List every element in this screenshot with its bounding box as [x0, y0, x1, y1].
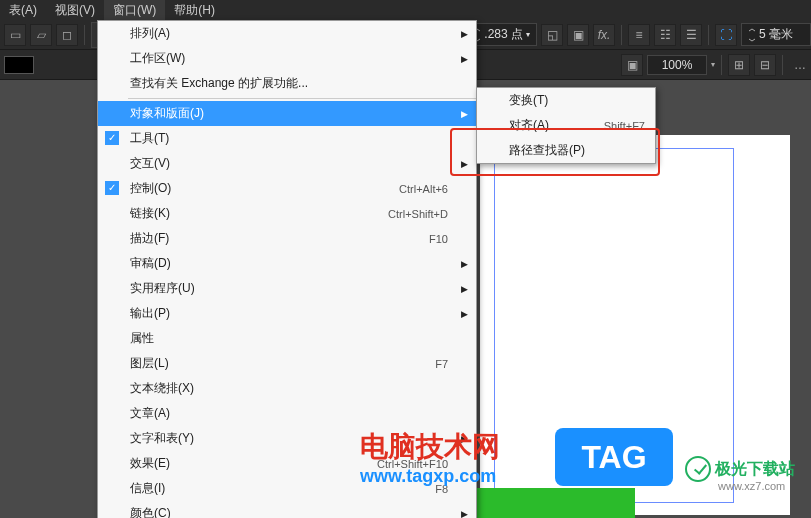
menu-window[interactable]: 窗口(W)	[104, 0, 165, 22]
mi-stroke[interactable]: 描边(F)F10	[98, 226, 476, 251]
mi-color[interactable]: 颜色(C)▶	[98, 501, 476, 518]
zoom-field[interactable]: 100%	[647, 55, 707, 75]
group-icon[interactable]: ⊞	[728, 54, 750, 76]
check-circle-icon	[685, 456, 711, 482]
mi-workspace[interactable]: 工作区(W)▶	[98, 46, 476, 71]
mi-layers[interactable]: 图层(L)F7	[98, 351, 476, 376]
check-icon: ✓	[105, 181, 119, 195]
tool-btn-1[interactable]: ▭	[4, 24, 26, 46]
menu-view[interactable]: 视图(V)	[46, 0, 104, 22]
mi-tools[interactable]: ✓工具(T)	[98, 126, 476, 151]
mi-textwrap[interactable]: 文本绕排(X)	[98, 376, 476, 401]
watermark-tag: TAG	[555, 428, 673, 486]
tool-btn-2[interactable]: ▱	[30, 24, 52, 46]
bounds-icon[interactable]: ⛶	[715, 24, 737, 46]
mi-exchange[interactable]: 查找有关 Exchange 的扩展功能...	[98, 71, 476, 96]
fit-icon[interactable]: ▣	[621, 54, 643, 76]
arrow-icon: ▶	[461, 29, 468, 39]
watermark-url: www.tagxp.com	[360, 466, 496, 487]
mi-interactive[interactable]: 交互(V)▶	[98, 151, 476, 176]
mi-output[interactable]: 输出(P)▶	[98, 301, 476, 326]
mi-props[interactable]: 属性	[98, 326, 476, 351]
menubar: 表(A) 视图(V) 窗口(W) 帮助(H)	[0, 0, 811, 20]
ellipsis-icon[interactable]: …	[789, 54, 811, 76]
green-object[interactable]	[475, 488, 635, 518]
mi-utilities[interactable]: 实用程序(U)▶	[98, 276, 476, 301]
mi-object-layout[interactable]: 对象和版面(J)▶	[98, 101, 476, 126]
fx-icon[interactable]: fx.	[593, 24, 615, 46]
wrap-1-icon[interactable]: ≡	[628, 24, 650, 46]
mi-review[interactable]: 审稿(D)▶	[98, 251, 476, 276]
thumbs-icon[interactable]: ⊟	[754, 54, 776, 76]
arrow-icon: ▶	[461, 284, 468, 294]
size-field[interactable]: 5 毫米	[741, 23, 811, 46]
menu-help[interactable]: 帮助(H)	[165, 0, 224, 22]
mi-links[interactable]: 链接(K)Ctrl+Shift+D	[98, 201, 476, 226]
arrow-icon: ▶	[461, 509, 468, 519]
frame-icon[interactable]: ▣	[567, 24, 589, 46]
arrow-icon: ▶	[461, 309, 468, 319]
watermark-title: 电脑技术网	[360, 428, 500, 466]
wrap-3-icon[interactable]: ☰	[680, 24, 702, 46]
arrow-icon: ▶	[461, 54, 468, 64]
menu-table[interactable]: 表(A)	[0, 0, 46, 22]
watermark-jg: 极光下载站	[685, 456, 795, 482]
wrap-2-icon[interactable]: ☷	[654, 24, 676, 46]
mi-arrange[interactable]: 排列(A)▶	[98, 21, 476, 46]
swatch-black[interactable]	[4, 56, 34, 74]
mi-control[interactable]: ✓控制(O)Ctrl+Alt+6	[98, 176, 476, 201]
tool-btn-3[interactable]: ◻	[56, 24, 78, 46]
corner-icon[interactable]: ◱	[541, 24, 563, 46]
mi-article[interactable]: 文章(A)	[98, 401, 476, 426]
arrow-icon: ▶	[461, 109, 468, 119]
mi-transform[interactable]: 变换(T)	[477, 88, 655, 113]
watermark-jg-url: www.xz7.com	[718, 480, 785, 492]
arrow-icon: ▶	[461, 259, 468, 269]
highlight-annotation	[450, 128, 660, 176]
menu-sep	[128, 98, 476, 99]
check-icon: ✓	[105, 131, 119, 145]
